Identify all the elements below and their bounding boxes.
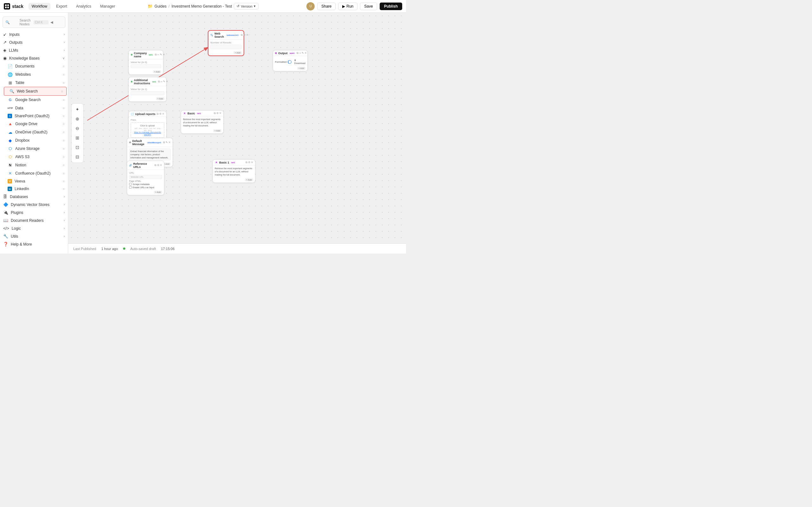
grid-tool[interactable]: ⊞ xyxy=(73,133,82,142)
add-button[interactable]: + Add xyxy=(153,70,161,73)
output-node[interactable]: ⊕ Output out•1 ⧉ ∞ ✎ ✕ Formatted ⬇ Downl… xyxy=(273,50,308,71)
link-icon[interactable]: ∞ xyxy=(157,53,159,56)
reference-urls-node[interactable]: 🔗 Reference URLs ⧉ ⚙ ✕ URL Website URL P… xyxy=(127,161,164,195)
version-button[interactable]: ↺ Version ▾ xyxy=(234,3,258,9)
node-input[interactable] xyxy=(131,91,164,95)
add-button[interactable]: + Add xyxy=(156,97,164,100)
formatted-toggle[interactable] xyxy=(288,60,292,64)
zoom-out-tool[interactable]: ⊖ xyxy=(73,124,82,133)
additional-instructions-node[interactable]: ⊕ Additional instructions in•1 ⧉ ∞ ✎ ✕ V… xyxy=(129,77,166,102)
add-button[interactable]: + Add xyxy=(297,67,305,70)
add-button[interactable]: + Add xyxy=(245,178,253,181)
canvas[interactable]: ✦ ⊕ ⊖ ⊞ ⊡ ⊟ 🔍 Web Search websearch•1 ⧉ ⚙… xyxy=(68,13,406,253)
settings-icon[interactable]: ⚙ xyxy=(243,34,246,37)
upload-area[interactable]: Click to upload .pdf, .doc, .docx, .csv,… xyxy=(131,122,164,138)
close-icon[interactable]: ✕ xyxy=(162,112,164,116)
copy-icon[interactable]: ⧉ xyxy=(158,80,160,83)
sidebar-item-utils[interactable]: 🔧 Utils › xyxy=(0,232,68,240)
tab-workflow[interactable]: Workflow xyxy=(29,3,50,10)
sidebar-item-onedrive[interactable]: ☁ OneDrive (Oauth2) ≡ xyxy=(3,128,68,136)
default-message-text[interactable]: Extract financial information of the com… xyxy=(129,149,171,160)
node-input[interactable] xyxy=(210,45,242,49)
link-icon[interactable]: ∞ xyxy=(160,80,162,83)
sidebar-item-veeva[interactable]: V Veeva ≡ xyxy=(3,177,68,185)
sidebar-item-databases[interactable]: 🗄 Databases › xyxy=(0,193,68,201)
settings-icon[interactable]: ⚙ xyxy=(159,112,161,116)
url-checkbox[interactable] xyxy=(129,186,132,188)
edit-icon[interactable]: ✎ xyxy=(163,80,165,83)
sidebar-item-web-search[interactable]: 🔍 Web Search ≡ xyxy=(4,87,67,96)
run-button[interactable]: ▶ Run xyxy=(338,3,357,10)
sidebar-item-data[interactable]: HTTP Data ≡ xyxy=(3,104,68,112)
collapse-icon[interactable]: ◀ xyxy=(50,20,63,24)
sidebar-item-google-search[interactable]: G Google Search ≡ xyxy=(3,96,68,104)
save-button[interactable]: Save xyxy=(360,3,377,10)
sidebar-item-confluence[interactable]: ✕ Confluence (Oauth2) ≡ xyxy=(3,169,68,177)
sidebar-item-table[interactable]: ⊞ Table ≡ xyxy=(3,78,68,87)
company-name-node[interactable]: ⊕ Company name in•1 ⧉ ∞ ✎ ✕ Value for (i… xyxy=(129,50,163,75)
copy-icon[interactable]: ⧉ xyxy=(246,161,247,164)
zoom-in-tool[interactable]: ⊕ xyxy=(73,114,82,123)
close-icon[interactable]: ✕ xyxy=(160,164,162,167)
settings-icon[interactable]: ⚙ xyxy=(157,164,159,167)
fit-tool[interactable]: ⊡ xyxy=(73,143,82,152)
sidebar-item-aws-s3[interactable]: ⬡ AWS S3 ≡ xyxy=(3,153,68,161)
sidebar-item-dropbox[interactable]: ◆ Dropbox ≡ xyxy=(3,136,68,145)
node-input[interactable] xyxy=(131,64,161,68)
tab-analytics[interactable]: Analytics xyxy=(73,3,95,10)
manage-link[interactable]: How to manage documents via API xyxy=(132,131,163,135)
sidebar-item-outputs[interactable]: ↗ Outputs › xyxy=(0,38,68,46)
scrape-checkbox[interactable] xyxy=(129,183,132,185)
close-icon[interactable]: ✕ xyxy=(251,161,253,164)
node-input[interactable]: Website URL xyxy=(129,175,162,179)
close-icon[interactable]: ✕ xyxy=(168,141,171,144)
edit-icon[interactable]: ✎ xyxy=(302,52,304,55)
publish-button[interactable]: Publish xyxy=(380,3,402,10)
sidebar-item-help[interactable]: ❓ Help & More xyxy=(0,240,68,248)
add-button[interactable]: + Add xyxy=(154,191,162,193)
search-nodes[interactable]: 🔍 Search Nodes Ctrl K ◀ xyxy=(3,16,65,28)
sidebar-item-plugins[interactable]: 🔌 Plugins › xyxy=(0,209,68,216)
tab-export[interactable]: Export xyxy=(53,3,70,10)
close-icon[interactable]: ✕ xyxy=(163,53,165,56)
web-search-node-highlighted[interactable]: 🔍 Web Search websearch•1 ⧉ ⚙ ✕ Number of… xyxy=(208,30,244,56)
copy-icon[interactable]: ⧉ xyxy=(154,164,156,167)
copy-icon[interactable]: ⧉ xyxy=(241,34,243,37)
breadcrumb-current[interactable]: Investment Memo Generation - Test xyxy=(171,4,232,9)
minimap-tool[interactable]: ⊟ xyxy=(73,153,82,161)
sidebar-item-linkedin[interactable]: in LinkedIn ≡ xyxy=(3,185,68,193)
copy-icon[interactable]: ⧉ xyxy=(155,53,157,56)
copy-icon[interactable]: ⧉ xyxy=(157,112,159,116)
add-button[interactable]: + Add xyxy=(213,129,221,132)
sidebar-item-documents[interactable]: 📄 Documents ≡ xyxy=(3,62,68,70)
edit-icon[interactable]: ✎ xyxy=(160,53,162,56)
link-icon[interactable]: ∞ xyxy=(299,52,301,55)
basic-node-1[interactable]: ✦ Basic in•1 ⧉ ⚙ ✕ Retrieve the most imp… xyxy=(181,110,223,134)
close-icon[interactable]: ✕ xyxy=(166,80,168,83)
breadcrumb-parent[interactable]: Guides xyxy=(154,4,166,9)
sidebar-item-logic[interactable]: </> Logic › xyxy=(0,224,68,232)
sidebar-item-websites[interactable]: 🌐 Websites ≡ xyxy=(3,70,68,78)
close-icon[interactable]: ✕ xyxy=(246,34,248,37)
sidebar-item-azure-storage[interactable]: ⬡ Azure Storage ≡ xyxy=(3,145,68,153)
sidebar-item-notion[interactable]: N Notion ≡ xyxy=(3,161,68,169)
close-icon[interactable]: ✕ xyxy=(219,112,221,115)
sidebar-item-inputs[interactable]: ↙ Inputs › xyxy=(0,31,68,38)
edit-icon[interactable]: ✎ xyxy=(165,141,168,144)
sidebar-item-google-drive[interactable]: 🔺 Google Drive ≡ xyxy=(3,120,68,128)
tab-manager[interactable]: Manager xyxy=(97,3,118,10)
settings-icon[interactable]: ⚙ xyxy=(216,112,218,115)
copy-icon[interactable]: ⧉ xyxy=(163,141,165,144)
basic-node-2[interactable]: ✦ Basic 1 in•1 ⧉ ⚙ ✕ Retrieve the most i… xyxy=(212,159,255,183)
sidebar-item-dynamic-vector-stores[interactable]: 🔷 Dynamic Vector Stores › xyxy=(0,201,68,209)
sidebar-item-llms[interactable]: ◈ LLMs › xyxy=(0,46,68,54)
sidebar-item-document-readers[interactable]: 📖 Document Readers › xyxy=(0,216,68,224)
sidebar-item-sharepoint[interactable]: S SharePoint (Oauth2) ≡ xyxy=(3,112,68,120)
settings-icon[interactable]: ⚙ xyxy=(248,161,250,164)
sidebar-item-knowledge-bases[interactable]: ◉ Knowledge Bases ∨ xyxy=(0,54,68,62)
share-button[interactable]: Share xyxy=(317,3,336,10)
copy-icon[interactable]: ⧉ xyxy=(214,112,216,115)
select-tool[interactable]: ✦ xyxy=(73,105,82,114)
close-icon[interactable]: ✕ xyxy=(305,52,307,55)
copy-icon[interactable]: ⧉ xyxy=(297,52,299,55)
